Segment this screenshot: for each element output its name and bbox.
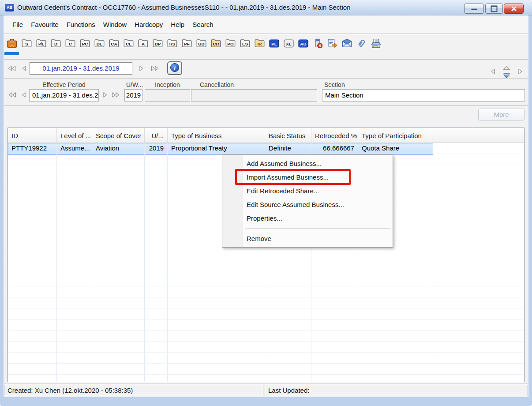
toolbar-s-button[interactable]: S — [21, 37, 32, 50]
toolbar-es-button[interactable]: ES — [239, 37, 251, 50]
close-button[interactable] — [504, 4, 524, 14]
record-next-button[interactable] — [517, 68, 524, 77]
form-period-prev-button[interactable] — [20, 91, 27, 101]
toolbar-ud-button[interactable]: UD — [195, 37, 207, 50]
column-header-level-of[interactable]: Level of ... — [57, 128, 92, 143]
record-up-button[interactable] — [503, 64, 510, 72]
toolbar-po-button[interactable]: PO — [225, 37, 236, 50]
cell-scope-of-cover — [92, 242, 145, 253]
toolbar-d-button[interactable]: D — [50, 37, 61, 50]
column-header-scope-of-cover[interactable]: Scope of Cover — [92, 128, 145, 143]
cell-type-of-business — [168, 297, 265, 308]
table-row — [8, 286, 524, 297]
form-period-first-button[interactable] — [8, 91, 18, 101]
menu-item-hardcopy[interactable]: Hardcopy — [131, 21, 167, 28]
cell-basic-status — [265, 353, 311, 364]
column-header-blank[interactable] — [432, 128, 525, 143]
section-field[interactable]: Main Section — [322, 89, 525, 102]
cell-blank — [432, 220, 525, 231]
cell-blank — [432, 187, 525, 198]
table-row — [8, 297, 524, 308]
column-header-type-of-participation[interactable]: Type of Participation — [358, 128, 432, 143]
column-header-type-of-business[interactable]: Type of Business — [168, 128, 265, 143]
toolbar-pc-button[interactable]: PC — [79, 37, 90, 50]
form-period-last-button[interactable] — [110, 91, 120, 101]
cell-blank — [432, 253, 525, 264]
cell-retroceded — [311, 375, 358, 382]
cell-type-of-participation — [358, 320, 432, 331]
menu-item-functions[interactable]: Functions — [63, 21, 99, 28]
menu-item-favourite[interactable]: Favourite — [27, 21, 63, 28]
toolbar-mail-icon[interactable] — [341, 37, 352, 50]
toolbar-export-list-icon[interactable] — [326, 37, 338, 50]
menu-item-file[interactable]: File — [8, 21, 27, 28]
record-prev-button[interactable] — [490, 68, 497, 77]
context-menu-item-properties[interactable]: Properties... — [223, 211, 392, 225]
toolbar-xl-button[interactable]: XL — [283, 37, 294, 50]
menu-item-window[interactable]: Window — [99, 21, 131, 28]
toolbar-ir-button[interactable]: IR — [254, 37, 265, 50]
context-menu-item-edit-retroceded-share[interactable]: Edit Retroceded Share... — [223, 184, 392, 198]
toolbar-cr-button[interactable]: CR — [210, 37, 221, 50]
toolbar-ab-button[interactable]: AB — [297, 37, 309, 50]
toolbar-dp-button[interactable]: DP — [152, 37, 163, 50]
toolbar-ca-button[interactable]: CA — [108, 37, 120, 50]
window-frame-right — [528, 15, 532, 406]
toolbar-delete-column-icon[interactable] — [312, 37, 323, 50]
menu-item-search[interactable]: Search — [188, 21, 217, 28]
toolbar-print-icon[interactable] — [370, 37, 382, 50]
cell-blank — [432, 353, 525, 364]
title-bar[interactable]: AB Outward Cedent's Contract - OCC17760 … — [0, 0, 532, 15]
cancellation-field[interactable] — [191, 89, 317, 102]
cell-u — [145, 220, 168, 231]
contract-form-row: Effective Period U/W... Inception Cancel… — [4, 79, 528, 106]
menu-bar: FileFavouriteFunctionsWindowHardcopyHelp… — [4, 15, 528, 34]
effective-period-field[interactable]: 01.jan.2019 - 31.des.2019 — [29, 89, 99, 102]
more-button[interactable]: More — [478, 109, 525, 120]
toolbar-cl-button[interactable]: CL — [123, 37, 134, 50]
table-row-selected[interactable]: PTTY19922Assume...Aviation2019Proportion… — [8, 143, 524, 154]
period-prev-button[interactable] — [21, 64, 28, 74]
toolbar-de-button[interactable]: DE — [94, 37, 105, 50]
cell-type-of-business — [168, 364, 265, 375]
cell-id — [8, 253, 57, 264]
cell-scope-of-cover — [92, 331, 145, 342]
context-menu-item-remove[interactable]: Remove — [223, 232, 392, 245]
column-header-retroceded[interactable]: Retroceded % — [311, 128, 358, 143]
toolbar-contract-button[interactable] — [6, 37, 18, 50]
cell-u — [145, 331, 168, 342]
toolbar-c-button[interactable]: C — [64, 37, 76, 50]
effective-period-label: Effective Period — [29, 81, 99, 88]
toolbar-a-button[interactable]: A — [137, 37, 149, 50]
cell-retroceded — [311, 286, 358, 297]
info-button[interactable]: i — [167, 61, 182, 75]
context-menu-item-edit-source-assumed-business[interactable]: Edit Source Assumed Business... — [223, 198, 392, 211]
toolbar-pf-button[interactable]: PF — [181, 37, 192, 50]
record-navigator — [490, 64, 524, 80]
period-display[interactable]: 01.jan.2019 - 31.des.2019 — [30, 62, 132, 75]
form-period-next-button[interactable] — [101, 91, 109, 101]
context-menu-item-add-assumed-business[interactable]: Add Assumed Business... — [223, 157, 392, 170]
inception-field[interactable] — [145, 89, 190, 102]
period-last-button[interactable] — [150, 64, 159, 74]
cell-blank — [432, 231, 525, 242]
toolbar-pl-button[interactable]: PL — [268, 37, 280, 50]
minimize-button[interactable] — [464, 4, 484, 14]
toolbar-attachment-icon[interactable] — [356, 37, 367, 50]
menu-item-help[interactable]: Help — [167, 21, 188, 28]
column-header-u[interactable]: U/... — [145, 128, 168, 143]
active-toolbar-underline — [4, 52, 19, 55]
period-next-button[interactable] — [138, 64, 145, 74]
uw-year-field[interactable]: 2019 — [124, 89, 142, 102]
toolbar-pl-folder-button[interactable]: P/L — [35, 37, 47, 50]
cell-level-of — [57, 364, 92, 375]
restore-button[interactable] — [485, 4, 503, 14]
cell-blank — [432, 375, 525, 382]
toolbar-rs-button[interactable]: RS — [166, 37, 178, 50]
uw-year-label: U/W... — [126, 81, 143, 88]
cell-level-of — [57, 264, 92, 275]
window-frame-bottom — [0, 397, 532, 406]
period-first-button[interactable] — [7, 64, 17, 74]
column-header-basic-status[interactable]: Basic Status — [265, 128, 311, 143]
column-header-id[interactable]: ID — [8, 128, 57, 143]
